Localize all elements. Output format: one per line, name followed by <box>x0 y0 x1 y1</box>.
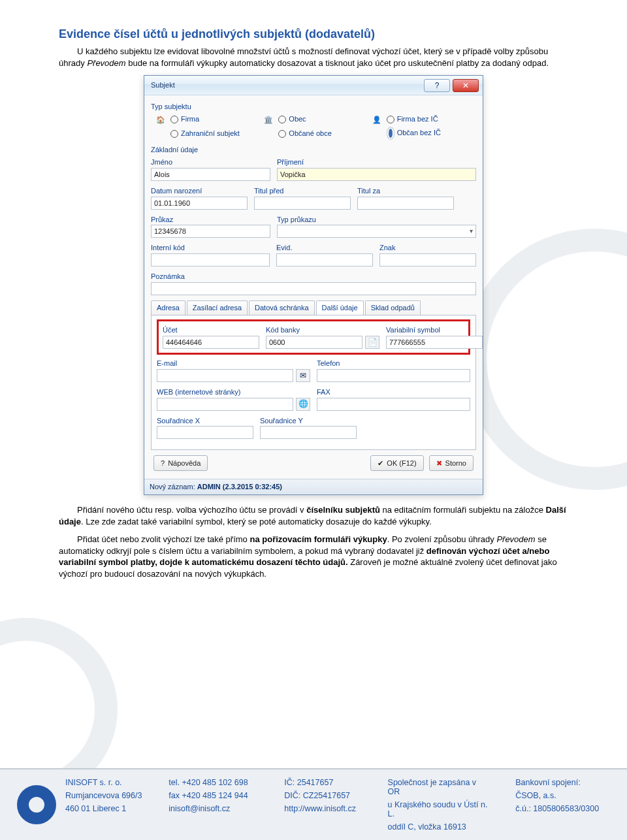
tab-dalsi-udaje[interactable]: Další údaje <box>316 300 364 315</box>
input-souradnice-y[interactable] <box>260 426 357 439</box>
label-datum-narozeni: Datum narození <box>151 186 248 196</box>
footer-bank-2: ČSOB, a.s. <box>515 791 601 800</box>
cancel-button[interactable]: ✖Storno <box>429 455 474 471</box>
check-icon: ✔ <box>378 459 383 468</box>
input-prukaz[interactable] <box>151 225 270 238</box>
radio-firma[interactable] <box>170 116 178 123</box>
radio-obcan-bez-ic[interactable] <box>387 127 394 140</box>
text: Přidání nového účtu resp. volba výchozíh… <box>77 505 306 515</box>
input-titul-za[interactable] <box>357 197 454 210</box>
text-emphasis: Převodem <box>87 58 125 68</box>
building-icon: 🏛️ <box>264 115 273 124</box>
send-email-button[interactable]: ✉ <box>296 369 310 382</box>
footer-registry-3: oddíl C, vložka 16913 <box>388 822 490 832</box>
tab-datova-schranka[interactable]: Datová schránka <box>249 300 315 315</box>
input-web[interactable] <box>157 398 293 411</box>
tab-zasilaci-adresa[interactable]: Zasílací adresa <box>187 300 248 315</box>
cross-icon: ✖ <box>436 459 442 468</box>
label-souradnice-y: Souřadnice Y <box>260 416 357 426</box>
dialog-title: Subjekt <box>151 80 175 90</box>
input-fax[interactable] <box>317 398 470 411</box>
select-typ-prukazu[interactable] <box>277 225 476 238</box>
footer-address: Rumjancevova 696/3 <box>65 791 142 800</box>
building-icon: 🏠 <box>156 115 165 124</box>
label-interni-kod: Interní kód <box>151 243 270 253</box>
label-kod-banky: Kód banky <box>266 325 379 335</box>
open-web-button[interactable]: 🌐 <box>296 398 310 411</box>
footer-registry-1: Společnost je zapsána v OR <box>388 778 490 796</box>
radio-label: Obec <box>289 115 306 123</box>
input-ucet[interactable] <box>163 336 259 349</box>
status-bar: Nový záznam: ADMIN (2.3.2015 0:32:45) <box>144 479 483 494</box>
label-znak: Znak <box>379 243 476 253</box>
footer-bank-1: Bankovní spojení: <box>515 778 601 787</box>
close-button[interactable]: ✕ <box>453 79 479 92</box>
button-label: OK (F12) <box>387 459 416 467</box>
footer-registry-2: u Krajského soudu v Ústí n. L. <box>388 800 490 818</box>
label-ucet: Účet <box>163 325 259 335</box>
highlighted-account-area: Účet Kód banky 📄 Variabilní symbol <box>157 319 470 355</box>
input-znak[interactable] <box>379 253 476 267</box>
status-user-time: ADMIN (2.3.2015 0:32:45) <box>197 483 282 491</box>
label-telefon: Telefon <box>317 359 470 368</box>
radio-firma-bez-ic[interactable] <box>387 116 394 123</box>
text-emphasis: Převodem <box>496 534 535 544</box>
input-telefon[interactable] <box>317 369 470 382</box>
label-typ-prukazu: Typ průkazu <box>277 215 476 225</box>
input-evid[interactable] <box>276 253 373 267</box>
input-titul-pred[interactable] <box>254 197 351 210</box>
button-label: Storno <box>445 459 466 467</box>
tab-panel-dalsi-udaje: Účet Kód banky 📄 Variabilní symbol <box>151 315 476 450</box>
help-button[interactable]: ? <box>424 79 450 92</box>
page-heading: Evidence čísel účtů u jednotlivých subje… <box>59 26 568 42</box>
dialog-titlebar[interactable]: Subjekt ? ✕ <box>144 76 483 95</box>
label-souradnice-x: Souřadnice X <box>157 416 253 426</box>
label-variabilni-symbol: Variabilní symbol <box>386 325 483 335</box>
input-interni-kod[interactable] <box>151 253 270 267</box>
page-footer: INISOFT s. r. o. Rumjancevova 696/3 460 … <box>0 768 627 840</box>
text: . Lze zde zadat také variabilní symbol, … <box>81 517 432 526</box>
text: na editačním formuláři subjektu na zálož… <box>380 505 546 515</box>
input-email[interactable] <box>157 369 293 382</box>
radio-obcane-obce[interactable] <box>278 130 286 138</box>
tabs: Adresa Zasílací adresa Datová schránka D… <box>151 300 476 315</box>
help-icon: ? <box>161 459 165 467</box>
label-evid: Evid. <box>276 243 373 253</box>
ok-button[interactable]: ✔OK (F12) <box>370 455 423 471</box>
input-kod-banky[interactable] <box>266 336 362 349</box>
label-web: WEB (internetové stránky) <box>157 387 310 397</box>
input-jmeno[interactable] <box>151 168 270 181</box>
footer-ic: IČ: 25417657 <box>284 778 361 787</box>
footer-tel: tel. +420 485 102 698 <box>169 778 258 787</box>
tab-adresa[interactable]: Adresa <box>151 300 185 315</box>
label-jmeno: Jméno <box>151 157 270 167</box>
lookup-bank-button[interactable]: 📄 <box>365 336 379 349</box>
text: . Po zvolení způsobu úhrady <box>387 534 497 544</box>
help-icon: ? <box>435 80 440 91</box>
footer-web: http://www.inisoft.cz <box>284 804 361 813</box>
footer-fax: fax +420 485 124 944 <box>169 791 258 800</box>
envelope-icon: ✉ <box>300 370 306 381</box>
radio-zahranicni[interactable] <box>170 130 178 138</box>
text-bold: číselníku subjektů <box>306 505 380 515</box>
subject-dialog: Subjekt ? ✕ Typ subjektu 🏠 Firma 🏛️ Obec… <box>144 75 483 495</box>
input-prijmeni[interactable] <box>277 168 476 181</box>
label-titul-za: Titul za <box>357 186 454 196</box>
section-type-subject: Typ subjektu <box>151 102 476 112</box>
footer-email: inisoft@inisoft.cz <box>169 804 258 813</box>
company-logo-icon <box>17 785 56 824</box>
status-text: Nový záznam: <box>150 483 197 491</box>
input-variabilni-symbol[interactable] <box>386 336 483 349</box>
radio-obec[interactable] <box>278 116 286 123</box>
tab-sklad-odpadu[interactable]: Sklad odpadů <box>365 300 421 315</box>
label-poznamka: Poznámka <box>151 272 476 282</box>
text: bude na formuláři výkupky automaticky do… <box>126 58 549 68</box>
input-souradnice-x[interactable] <box>157 426 253 439</box>
input-datum-narozeni[interactable] <box>151 197 248 210</box>
input-poznamka[interactable] <box>151 282 476 295</box>
label-fax: FAX <box>317 387 470 397</box>
note-icon: 📄 <box>368 337 378 347</box>
radio-label: Firma <box>181 115 199 123</box>
help-button[interactable]: ?Nápověda <box>153 455 208 471</box>
section-basic-data: Základní údaje <box>151 145 476 155</box>
